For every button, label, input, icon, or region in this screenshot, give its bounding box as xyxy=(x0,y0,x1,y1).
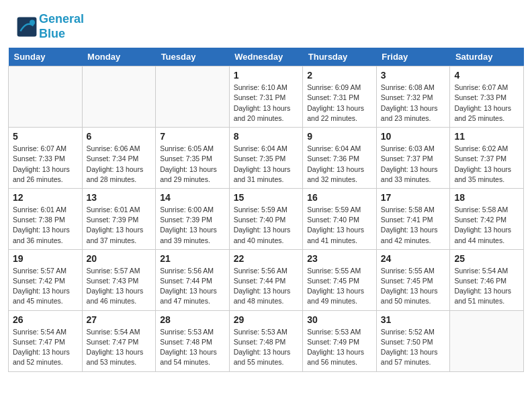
day-number: 27 xyxy=(87,314,152,325)
day-number: 25 xyxy=(454,253,519,264)
day-number: 21 xyxy=(160,253,225,264)
day-info: Sunrise: 5:54 AM Sunset: 7:47 PM Dayligh… xyxy=(87,327,152,368)
day-cell-4: 4Sunrise: 6:07 AM Sunset: 7:33 PM Daylig… xyxy=(450,66,524,128)
day-info: Sunrise: 5:59 AM Sunset: 7:40 PM Dayligh… xyxy=(307,205,372,246)
day-cell-6: 6Sunrise: 6:06 AM Sunset: 7:34 PM Daylig… xyxy=(82,128,156,189)
day-header-friday: Friday xyxy=(376,48,450,66)
day-number: 17 xyxy=(381,192,446,203)
day-number: 23 xyxy=(307,253,372,264)
week-row-3: 12Sunrise: 6:01 AM Sunset: 7:38 PM Dayli… xyxy=(9,188,524,249)
day-number: 1 xyxy=(234,70,299,81)
logo-icon xyxy=(16,16,38,38)
day-info: Sunrise: 6:03 AM Sunset: 7:37 PM Dayligh… xyxy=(381,144,446,185)
day-number: 10 xyxy=(381,131,446,142)
day-cell-23: 23Sunrise: 5:55 AM Sunset: 7:45 PM Dayli… xyxy=(303,249,377,310)
day-info: Sunrise: 6:07 AM Sunset: 7:33 PM Dayligh… xyxy=(454,83,519,124)
day-info: Sunrise: 5:57 AM Sunset: 7:42 PM Dayligh… xyxy=(13,266,78,307)
day-number: 8 xyxy=(234,131,299,142)
day-cell-26: 26Sunrise: 5:54 AM Sunset: 7:47 PM Dayli… xyxy=(9,310,83,371)
day-number: 29 xyxy=(234,314,299,325)
logo: General Blue xyxy=(16,12,84,41)
header: General Blue xyxy=(0,0,532,48)
day-cell-empty xyxy=(9,66,83,128)
day-cell-5: 5Sunrise: 6:07 AM Sunset: 7:33 PM Daylig… xyxy=(9,128,83,189)
day-cell-25: 25Sunrise: 5:54 AM Sunset: 7:46 PM Dayli… xyxy=(450,249,524,310)
day-cell-9: 9Sunrise: 6:04 AM Sunset: 7:36 PM Daylig… xyxy=(303,128,377,189)
day-cell-7: 7Sunrise: 6:05 AM Sunset: 7:35 PM Daylig… xyxy=(156,128,230,189)
day-number: 28 xyxy=(160,314,225,325)
week-row-5: 26Sunrise: 5:54 AM Sunset: 7:47 PM Dayli… xyxy=(9,310,524,371)
day-number: 14 xyxy=(160,192,225,203)
day-number: 11 xyxy=(454,131,519,142)
week-row-2: 5Sunrise: 6:07 AM Sunset: 7:33 PM Daylig… xyxy=(9,128,524,189)
day-number: 3 xyxy=(381,70,446,81)
day-cell-20: 20Sunrise: 5:57 AM Sunset: 7:43 PM Dayli… xyxy=(82,249,156,310)
day-info: Sunrise: 5:59 AM Sunset: 7:40 PM Dayligh… xyxy=(234,205,299,246)
day-cell-19: 19Sunrise: 5:57 AM Sunset: 7:42 PM Dayli… xyxy=(9,249,83,310)
page-container: General Blue SundayMondayTuesdayWednesda… xyxy=(0,0,532,380)
day-info: Sunrise: 6:01 AM Sunset: 7:38 PM Dayligh… xyxy=(13,205,78,246)
day-cell-27: 27Sunrise: 5:54 AM Sunset: 7:47 PM Dayli… xyxy=(82,310,156,371)
day-cell-13: 13Sunrise: 6:01 AM Sunset: 7:39 PM Dayli… xyxy=(82,188,156,249)
day-cell-2: 2Sunrise: 6:09 AM Sunset: 7:31 PM Daylig… xyxy=(303,66,377,128)
day-cell-1: 1Sunrise: 6:10 AM Sunset: 7:31 PM Daylig… xyxy=(229,66,303,128)
day-info: Sunrise: 6:08 AM Sunset: 7:32 PM Dayligh… xyxy=(381,83,446,124)
day-cell-14: 14Sunrise: 6:00 AM Sunset: 7:39 PM Dayli… xyxy=(156,188,230,249)
week-row-4: 19Sunrise: 5:57 AM Sunset: 7:42 PM Dayli… xyxy=(9,249,524,310)
day-cell-10: 10Sunrise: 6:03 AM Sunset: 7:37 PM Dayli… xyxy=(376,128,450,189)
day-info: Sunrise: 6:02 AM Sunset: 7:37 PM Dayligh… xyxy=(454,144,519,185)
day-cell-16: 16Sunrise: 5:59 AM Sunset: 7:40 PM Dayli… xyxy=(303,188,377,249)
day-cell-empty xyxy=(156,66,230,128)
day-header-sunday: Sunday xyxy=(9,48,83,66)
day-cell-3: 3Sunrise: 6:08 AM Sunset: 7:32 PM Daylig… xyxy=(376,66,450,128)
day-header-thursday: Thursday xyxy=(303,48,377,66)
day-info: Sunrise: 5:52 AM Sunset: 7:50 PM Dayligh… xyxy=(381,327,446,368)
day-info: Sunrise: 6:06 AM Sunset: 7:34 PM Dayligh… xyxy=(87,144,152,185)
day-info: Sunrise: 5:58 AM Sunset: 7:41 PM Dayligh… xyxy=(381,205,446,246)
day-cell-21: 21Sunrise: 5:56 AM Sunset: 7:44 PM Dayli… xyxy=(156,249,230,310)
day-info: Sunrise: 5:54 AM Sunset: 7:46 PM Dayligh… xyxy=(454,266,519,307)
day-info: Sunrise: 5:53 AM Sunset: 7:49 PM Dayligh… xyxy=(307,327,372,368)
day-cell-18: 18Sunrise: 5:58 AM Sunset: 7:42 PM Dayli… xyxy=(450,188,524,249)
day-cell-29: 29Sunrise: 5:53 AM Sunset: 7:48 PM Dayli… xyxy=(229,310,303,371)
day-number: 16 xyxy=(307,192,372,203)
day-info: Sunrise: 5:56 AM Sunset: 7:44 PM Dayligh… xyxy=(160,266,225,307)
week-row-1: 1Sunrise: 6:10 AM Sunset: 7:31 PM Daylig… xyxy=(9,66,524,128)
day-number: 24 xyxy=(381,253,446,264)
day-info: Sunrise: 5:55 AM Sunset: 7:45 PM Dayligh… xyxy=(381,266,446,307)
day-info: Sunrise: 6:00 AM Sunset: 7:39 PM Dayligh… xyxy=(160,205,225,246)
day-info: Sunrise: 5:53 AM Sunset: 7:48 PM Dayligh… xyxy=(234,327,299,368)
day-cell-31: 31Sunrise: 5:52 AM Sunset: 7:50 PM Dayli… xyxy=(376,310,450,371)
day-number: 22 xyxy=(234,253,299,264)
day-header-monday: Monday xyxy=(82,48,156,66)
day-cell-8: 8Sunrise: 6:04 AM Sunset: 7:35 PM Daylig… xyxy=(229,128,303,189)
day-info: Sunrise: 6:04 AM Sunset: 7:35 PM Dayligh… xyxy=(234,144,299,185)
day-info: Sunrise: 6:01 AM Sunset: 7:39 PM Dayligh… xyxy=(87,205,152,246)
day-info: Sunrise: 5:56 AM Sunset: 7:44 PM Dayligh… xyxy=(234,266,299,307)
logo-text: General Blue xyxy=(39,12,84,41)
day-number: 6 xyxy=(87,131,152,142)
day-cell-empty xyxy=(450,310,524,371)
day-number: 15 xyxy=(234,192,299,203)
day-info: Sunrise: 5:57 AM Sunset: 7:43 PM Dayligh… xyxy=(87,266,152,307)
day-number: 2 xyxy=(307,70,372,81)
day-info: Sunrise: 6:09 AM Sunset: 7:31 PM Dayligh… xyxy=(307,83,372,124)
day-cell-22: 22Sunrise: 5:56 AM Sunset: 7:44 PM Dayli… xyxy=(229,249,303,310)
day-cell-28: 28Sunrise: 5:53 AM Sunset: 7:48 PM Dayli… xyxy=(156,310,230,371)
day-cell-24: 24Sunrise: 5:55 AM Sunset: 7:45 PM Dayli… xyxy=(376,249,450,310)
day-info: Sunrise: 6:10 AM Sunset: 7:31 PM Dayligh… xyxy=(234,83,299,124)
day-number: 30 xyxy=(307,314,372,325)
day-info: Sunrise: 5:53 AM Sunset: 7:48 PM Dayligh… xyxy=(160,327,225,368)
day-cell-30: 30Sunrise: 5:53 AM Sunset: 7:49 PM Dayli… xyxy=(303,310,377,371)
day-number: 12 xyxy=(13,192,78,203)
day-info: Sunrise: 6:05 AM Sunset: 7:35 PM Dayligh… xyxy=(160,144,225,185)
day-info: Sunrise: 6:04 AM Sunset: 7:36 PM Dayligh… xyxy=(307,144,372,185)
svg-rect-0 xyxy=(17,17,37,36)
day-number: 19 xyxy=(13,253,78,264)
day-info: Sunrise: 5:55 AM Sunset: 7:45 PM Dayligh… xyxy=(307,266,372,307)
day-number: 26 xyxy=(13,314,78,325)
day-info: Sunrise: 5:54 AM Sunset: 7:47 PM Dayligh… xyxy=(13,327,78,368)
day-number: 7 xyxy=(160,131,225,142)
day-info: Sunrise: 5:58 AM Sunset: 7:42 PM Dayligh… xyxy=(454,205,519,246)
calendar-table: SundayMondayTuesdayWednesdayThursdayFrid… xyxy=(8,48,524,371)
